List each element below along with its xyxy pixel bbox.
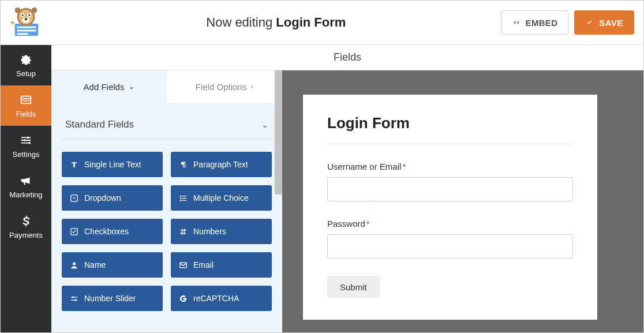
sliders-icon xyxy=(20,134,32,147)
label-text: Username or Email xyxy=(327,162,401,171)
check-icon xyxy=(585,18,594,27)
field-single-line-text[interactable]: Single Line Text xyxy=(62,152,163,177)
svg-rect-1 xyxy=(17,27,36,28)
svg-rect-22 xyxy=(182,196,187,196)
list-icon xyxy=(179,194,188,203)
caret-square-icon xyxy=(70,194,78,203)
svg-point-25 xyxy=(180,200,182,201)
field-label: Dropdown xyxy=(84,193,121,203)
dollar-icon xyxy=(20,215,32,227)
svg-rect-14 xyxy=(21,96,31,103)
submit-label: Submit xyxy=(340,282,367,292)
wpforms-logo-icon xyxy=(9,6,43,39)
svg-point-19 xyxy=(29,141,31,144)
preview-area: Login Form Username or Email* Password* … xyxy=(282,70,643,332)
field-paragraph-text[interactable]: Paragraph Text xyxy=(171,152,272,177)
sidenav-label: Setup xyxy=(16,69,36,78)
field-recaptcha[interactable]: reCAPTCHA xyxy=(171,286,272,311)
sidenav-item-settings[interactable]: Settings xyxy=(1,126,51,166)
sidenav: Setup Fields Settings Marketing Payments xyxy=(1,45,51,332)
tab-label: Add Fields xyxy=(84,82,125,92)
svg-rect-2 xyxy=(17,30,36,32)
field-label: Paragraph Text xyxy=(193,160,248,169)
svg-rect-24 xyxy=(182,197,187,198)
field-label-password: Password* xyxy=(327,219,573,229)
form-icon xyxy=(20,93,32,106)
field-number-slider[interactable]: Number Slider xyxy=(62,286,163,311)
check-square-icon xyxy=(70,227,78,236)
editing-prefix: Now editing xyxy=(206,15,272,29)
svg-rect-26 xyxy=(182,200,187,200)
field-group-standard[interactable]: Standard Fields ⌄ xyxy=(62,113,272,139)
tab-field-options[interactable]: Field Options › xyxy=(167,70,282,103)
section-title-bar: Fields xyxy=(51,45,643,70)
divider xyxy=(327,144,573,144)
app-logo xyxy=(1,1,51,44)
sidenav-item-payments[interactable]: Payments xyxy=(1,207,51,247)
sidenav-item-fields[interactable]: Fields xyxy=(1,85,51,126)
required-marker: * xyxy=(366,219,370,229)
svg-point-10 xyxy=(28,14,30,16)
top-bar: Now editing Login Form EMBED SAVE xyxy=(1,1,643,45)
sidenav-item-marketing[interactable]: Marketing xyxy=(1,166,51,207)
hash-icon xyxy=(179,227,188,236)
field-dropdown[interactable]: Dropdown xyxy=(62,185,163,211)
svg-point-12 xyxy=(15,8,21,13)
field-numbers[interactable]: Numbers xyxy=(171,219,272,244)
field-label: Checkboxes xyxy=(84,227,129,236)
scrollbar-thumb[interactable] xyxy=(275,70,282,194)
main: Setup Fields Settings Marketing Payments… xyxy=(1,45,643,332)
user-icon xyxy=(70,261,78,270)
chevron-right-icon: › xyxy=(251,83,253,91)
svg-point-13 xyxy=(32,8,38,13)
top-actions: EMBED SAVE xyxy=(501,10,634,35)
tab-add-fields[interactable]: Add Fields ⌄ xyxy=(51,70,167,103)
panel-body: Standard Fields ⌄ Single Line Text Parag… xyxy=(51,103,282,332)
username-input[interactable] xyxy=(327,177,573,201)
sidenav-item-setup[interactable]: Setup xyxy=(1,45,51,85)
submit-button[interactable]: Submit xyxy=(327,276,380,298)
field-label: Number Slider xyxy=(84,294,136,303)
columns: Add Fields ⌄ Field Options › Standard Fi… xyxy=(51,70,643,332)
bullhorn-icon xyxy=(20,174,32,187)
text-icon xyxy=(70,160,78,169)
svg-point-28 xyxy=(73,262,76,265)
content-wrap: Fields Add Fields ⌄ Field Options › xyxy=(51,45,643,332)
section-title: Fields xyxy=(334,51,361,63)
field-label: Name xyxy=(84,260,106,270)
gear-icon xyxy=(20,53,32,66)
password-input[interactable] xyxy=(327,234,573,259)
svg-point-33 xyxy=(74,299,76,301)
form-preview: Login Form Username or Email* Password* … xyxy=(303,95,597,320)
field-email[interactable]: Email xyxy=(171,252,272,278)
code-icon xyxy=(512,18,521,27)
form-title: Login Form xyxy=(327,114,573,132)
sidenav-label: Marketing xyxy=(9,190,42,199)
form-name: Login Form xyxy=(276,15,346,29)
field-label-username: Username or Email* xyxy=(327,162,573,171)
field-grid: Single Line Text Paragraph Text Dropdown xyxy=(62,152,272,311)
field-name[interactable]: Name xyxy=(62,252,163,278)
svg-rect-3 xyxy=(17,33,28,35)
svg-point-18 xyxy=(24,139,26,141)
label-text: Password xyxy=(327,219,365,229)
save-button[interactable]: SAVE xyxy=(574,10,634,35)
svg-point-8 xyxy=(22,14,24,16)
field-checkboxes[interactable]: Checkboxes xyxy=(62,219,163,244)
chevron-down-icon: ⌄ xyxy=(129,83,134,91)
field-label: reCAPTCHA xyxy=(193,294,239,303)
slider-icon xyxy=(70,294,78,303)
svg-point-23 xyxy=(180,197,182,199)
embed-label: EMBED xyxy=(526,18,558,28)
field-label: Multiple Choice xyxy=(193,193,249,203)
embed-button[interactable]: EMBED xyxy=(501,10,569,35)
sidenav-label: Settings xyxy=(13,150,40,159)
group-title: Standard Fields xyxy=(65,119,134,130)
field-multiple-choice[interactable]: Multiple Choice xyxy=(171,185,272,211)
svg-point-31 xyxy=(72,296,74,298)
svg-point-11 xyxy=(25,18,27,20)
tab-label: Field Options xyxy=(196,82,246,92)
fields-panel: Add Fields ⌄ Field Options › Standard Fi… xyxy=(51,70,282,332)
svg-point-21 xyxy=(180,195,182,197)
save-label: SAVE xyxy=(599,18,623,28)
